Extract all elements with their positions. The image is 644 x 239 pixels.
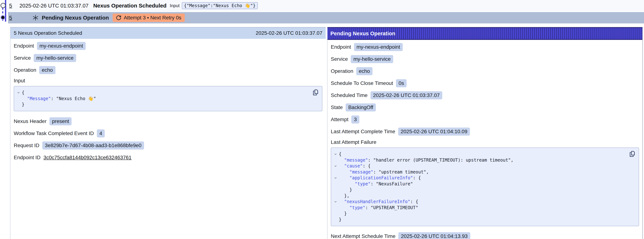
json-key: "message"	[344, 157, 368, 163]
event-detail-header-timestamp: 2025-02-26 UTC 01:03:37.07	[256, 30, 322, 36]
event-detail-header-title: 5 Nexus Operation Scheduled	[14, 30, 82, 36]
pending-title: Pending Nexus Operation	[42, 15, 109, 21]
copy-button[interactable]	[312, 89, 319, 96]
operation-value-badge: echo	[356, 67, 372, 75]
timeline-event-circle-marker[interactable]	[0, 3, 6, 8]
timeline-selection-bar	[5, 0, 6, 22]
last-attempt-complete-time-badge: 2025-02-26 UTC 01:04:10.09	[398, 128, 470, 136]
scheduled-time-badge: 2025-02-26 UTC 01:03:37.07	[370, 91, 442, 99]
field-last-attempt-complete-time: Last Attempt Complete Time 2025-02-26 UT…	[331, 126, 639, 138]
code-line: "message": "upstream timeout",	[332, 169, 626, 175]
endpoint-value-badge: my-nexus-endpoint	[354, 43, 403, 51]
json-text: : "NexusFailure"	[371, 181, 413, 187]
code-line: }	[332, 211, 626, 217]
service-value-badge: my-hello-service	[351, 55, 393, 63]
json-text: : "Nexus Echo 👋"	[51, 96, 96, 102]
pending-operation-panel: Pending Nexus Operation Endpoint my-nexu…	[327, 27, 643, 239]
code-line: "type": "NexusFailure"	[332, 181, 626, 187]
code-line: ›"applicationFailureInfo": {	[332, 175, 626, 181]
request-id-value-badge: 3e829b7e-7d67-4b08-aad3-b1e868bfe9e0	[42, 142, 144, 150]
operation-value-badge: echo	[39, 66, 56, 74]
input-label: Input	[170, 3, 180, 8]
pending-panel-body: Endpoint my-nexus-endpoint Service my-he…	[328, 40, 642, 239]
field-request-id: Request ID 3e829b7e-7d67-4b08-aad3-b1e86…	[14, 140, 322, 152]
attempt-retry-text: Attempt 3 • Next Retry 0s	[124, 15, 182, 21]
copy-icon	[312, 89, 319, 96]
state-badge: BackingOff	[346, 104, 376, 112]
event-detail-panel: 5 Nexus Operation Scheduled 2025-02-26 U…	[10, 27, 326, 239]
json-text: : "UPSTREAM_TIMEOUT"	[366, 205, 418, 211]
collapse-chevron-icon[interactable]: ›	[16, 91, 22, 94]
event-row-nexus-operation-scheduled[interactable]: 5 2025-02-26 UTC 01:03:37.07 Nexus Opera…	[8, 0, 644, 11]
service-value-badge: my-hello-service	[34, 54, 76, 62]
wtc-event-id-value-badge: 4	[97, 130, 105, 138]
json-text: : {	[363, 163, 370, 169]
json-text: {	[339, 151, 342, 157]
json-text: }	[350, 187, 352, 193]
field-endpoint-id: Endpoint ID 3c0c75ccfa8144b092c13ce63246…	[14, 152, 322, 164]
event-timestamp: 2025-02-26 UTC 01:03:37.07	[20, 3, 88, 9]
collapse-chevron-icon[interactable]: ›	[333, 176, 339, 179]
event-detail-body: Endpoint my-nexus-endpoint Service my-he…	[10, 39, 326, 164]
code-line: ›{	[332, 151, 626, 157]
attempt-badge: 3	[351, 116, 359, 124]
collapse-chevron-icon[interactable]: ›	[333, 200, 339, 203]
field-next-attempt-schedule-time: Next Attempt Schedule Time 2025-02-26 UT…	[331, 230, 639, 239]
json-text: : "upstream timeout",	[373, 169, 429, 175]
field-schedule-to-close-timeout: Schedule To Close Timeout 0s	[331, 77, 639, 89]
code-line: "type": "UPSTREAM_TIMEOUT"	[332, 205, 626, 211]
event-history-rows: 5 2025-02-26 UTC 01:03:37.07 Nexus Opera…	[8, 0, 644, 24]
collapse-chevron-icon[interactable]: ›	[333, 164, 339, 168]
timeline-gutter	[0, 0, 8, 24]
event-id-link[interactable]: 5	[9, 3, 12, 9]
pending-asterisk-icon	[32, 14, 39, 21]
field-nexus-header: Nexus Header present	[14, 115, 322, 127]
code-line: }	[16, 102, 309, 108]
attempt-retry-badge: Attempt 3 • Next Retry 0s	[112, 14, 185, 22]
code-line: }	[332, 187, 626, 193]
nexus-header-value-badge: present	[50, 117, 72, 125]
json-text: }	[22, 102, 24, 108]
field-state: State BackingOff	[331, 102, 639, 114]
event-detail-header: 5 Nexus Operation Scheduled 2025-02-26 U…	[10, 27, 326, 39]
code-line: "Message": "Nexus Echo 👋"	[16, 96, 309, 102]
code-line: }	[332, 217, 626, 223]
input-json-chip[interactable]: {"Message":"Nexus Echo 👋"}	[182, 2, 258, 9]
copy-icon	[628, 150, 636, 158]
json-key: "type"	[355, 181, 371, 187]
code-line: ›"nexusHandlerFailureInfo": {	[332, 199, 626, 205]
json-text: : {	[413, 175, 421, 181]
retry-icon	[116, 15, 121, 20]
field-attempt: Attempt 3	[331, 114, 639, 126]
timeline-connector-dashed-line	[2, 8, 3, 22]
next-attempt-schedule-time-badge: 2025-02-26 UTC 01:04:13.93	[398, 232, 470, 239]
field-operation: Operation echo	[331, 65, 639, 77]
json-text: {	[22, 90, 24, 96]
field-service: Service my-hello-service	[331, 53, 639, 65]
copy-button[interactable]	[628, 150, 636, 158]
pending-id-link[interactable]: 5	[9, 15, 12, 21]
json-text: : "handler error (UPSTREAM_TIMEOUT): ups…	[368, 157, 514, 163]
panel-gap	[326, 27, 327, 239]
detail-panels: 5 Nexus Operation Scheduled 2025-02-26 U…	[10, 27, 643, 239]
endpoint-id-link[interactable]: 3c0c75ccfa8144b092c13ce632463761	[44, 155, 132, 160]
json-text: : {	[410, 199, 418, 205]
json-key: "type"	[350, 205, 366, 211]
json-text: }	[344, 211, 347, 217]
json-text: }	[339, 217, 342, 223]
last-attempt-failure-label: Last Attempt Failure	[331, 138, 639, 147]
input-json-block: ›{"Message": "Nexus Echo 👋"}	[14, 86, 322, 111]
json-key: "nexusHandlerFailureInfo"	[344, 199, 410, 205]
pending-nexus-operation-row[interactable]: 5 Pending Nexus Operation Attempt 3 • Ne…	[8, 12, 644, 24]
json-key: "Message"	[27, 96, 51, 102]
timeline-pending-dot-marker[interactable]	[1, 16, 4, 19]
code-line: },	[332, 193, 626, 199]
collapse-chevron-icon[interactable]: ›	[333, 152, 339, 156]
pending-panel-header-title: Pending Nexus Operation	[330, 30, 396, 36]
field-endpoint: Endpoint my-nexus-endpoint	[14, 40, 322, 52]
code-line: "message": "handler error (UPSTREAM_TIME…	[332, 157, 626, 163]
field-operation: Operation echo	[14, 64, 322, 76]
event-title: Nexus Operation Scheduled	[93, 2, 166, 9]
input-section-label: Input	[14, 76, 322, 85]
code-line: ›{	[16, 90, 309, 96]
